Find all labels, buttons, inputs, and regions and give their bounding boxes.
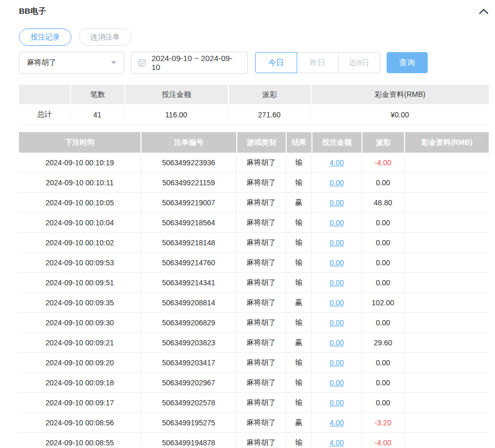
summary-header-row: 笔数 投注金额 派彩 彩金资料(RMB) <box>19 85 489 104</box>
summary-total-payout: 271.60 <box>228 104 310 125</box>
result-cell: 输 <box>286 273 311 293</box>
quick-range-group: 今日 昨日 近8日 <box>255 52 380 73</box>
game-type-cell: 麻将胡了 <box>236 333 286 353</box>
result-cell: 赢 <box>286 293 311 313</box>
quick-range-today[interactable]: 今日 <box>255 52 297 73</box>
summary-header-count: 笔数 <box>70 85 124 104</box>
table-row: 2024-09-10 00:08:56 5063499195275 麻将胡了 赢… <box>19 413 489 433</box>
bonus-cell <box>404 373 489 393</box>
bet-amount-link[interactable]: 0.00 <box>329 278 344 287</box>
bonus-cell <box>404 233 489 253</box>
table-row: 2024-09-10 00:08:55 5063499194878 麻将胡了 输… <box>19 433 489 448</box>
payout-cell: -4.00 <box>361 433 404 448</box>
bonus-cell <box>404 353 489 373</box>
bet-amount-link[interactable]: 0.00 <box>329 339 344 347</box>
result-cell: 输 <box>286 353 311 373</box>
bet-amount-link[interactable]: 0.00 <box>329 198 344 207</box>
bonus-cell <box>404 313 489 333</box>
bet-time-cell: 2024-09-10 00:10:05 <box>19 193 140 213</box>
game-select[interactable]: 麻将胡了 <box>19 52 124 74</box>
bet-time-cell: 2024-09-10 00:09:51 <box>19 273 140 293</box>
filter-bar: 麻将胡了 2024-09-10 ~ 2024-09-10 今日 昨日 近8日 <box>19 52 489 74</box>
game-type-cell: 麻将胡了 <box>236 193 286 213</box>
payout-cell: 102.00 <box>361 293 404 313</box>
result-cell: 输 <box>286 153 311 173</box>
search-button[interactable]: 查询 <box>387 52 428 73</box>
order-id-cell: 5063499214341 <box>140 273 236 293</box>
bet-amount-cell: 4.00 <box>311 153 361 173</box>
result-cell: 赢 <box>286 193 311 213</box>
payout-cell: 0.00 <box>361 373 404 393</box>
summary-header-payout: 派彩 <box>228 85 310 104</box>
bet-time-cell: 2024-09-10 00:09:21 <box>19 333 140 353</box>
summary-total-bet-amount: 116.00 <box>124 104 228 125</box>
order-id-cell: 5063499195275 <box>140 413 236 433</box>
table-row: 2024-09-10 00:09:17 5063499202578 麻将胡了 输… <box>19 393 489 413</box>
bet-amount-cell: 0.00 <box>311 273 361 293</box>
bet-time-cell: 2024-09-10 00:08:56 <box>19 413 140 433</box>
result-cell: 输 <box>286 233 311 253</box>
bet-amount-link[interactable]: 0.00 <box>329 318 344 327</box>
order-id-cell: 5063499218564 <box>140 213 236 233</box>
game-type-cell: 麻将胡了 <box>236 233 286 253</box>
bet-amount-cell: 0.00 <box>311 333 361 353</box>
records-header-bet: 投注金额 <box>311 132 361 153</box>
bet-amount-link[interactable]: 0.00 <box>329 178 344 187</box>
bet-amount-link[interactable]: 0.00 <box>329 258 344 267</box>
bet-amount-cell: 0.00 <box>311 393 361 413</box>
order-id-cell: 5063499202578 <box>140 393 236 413</box>
bet-amount-link[interactable]: 0.00 <box>329 218 344 227</box>
records-header-result: 结果 <box>286 132 311 153</box>
result-cell: 输 <box>286 373 311 393</box>
payout-cell: 0.00 <box>361 253 404 273</box>
quick-range-yesterday[interactable]: 昨日 <box>297 52 339 73</box>
game-type-cell: 麻将胡了 <box>236 153 286 173</box>
date-range-value: 2024-09-10 ~ 2024-09-10 <box>151 54 241 72</box>
bet-amount-link[interactable]: 4.00 <box>329 158 344 167</box>
payout-cell: 0.00 <box>361 313 404 333</box>
table-row: 2024-09-10 00:10:04 5063499218564 麻将胡了 输… <box>19 213 489 233</box>
bet-amount-link[interactable]: 0.00 <box>329 238 344 247</box>
bet-amount-link[interactable]: 0.00 <box>329 399 344 407</box>
game-select-value: 麻将胡了 <box>27 58 56 67</box>
order-id-cell: 5063499219007 <box>140 193 236 213</box>
bet-amount-link[interactable]: 0.00 <box>329 359 344 367</box>
summary-header-bet-amount: 投注金额 <box>124 85 228 104</box>
bonus-cell <box>404 193 489 213</box>
table-row: 2024-09-10 00:10:11 5063499221159 麻将胡了 输… <box>19 173 489 193</box>
game-type-cell: 麻将胡了 <box>236 253 286 273</box>
tab-bet-records[interactable]: 投注记录 <box>19 28 72 46</box>
result-cell: 输 <box>286 253 311 273</box>
bet-amount-cell: 0.00 <box>311 253 361 273</box>
game-type-cell: 麻将胡了 <box>236 273 286 293</box>
bonus-cell <box>404 293 489 313</box>
payout-cell: 0.00 <box>361 173 404 193</box>
bet-amount-link[interactable]: 4.00 <box>329 419 344 427</box>
bet-time-cell: 2024-09-10 00:09:18 <box>19 373 140 393</box>
payout-cell: 0.00 <box>361 353 404 373</box>
bet-time-cell: 2024-09-10 00:09:30 <box>19 313 140 333</box>
tab-bar: 投注记录 连消注单 <box>19 28 489 46</box>
order-id-cell: 5063499223936 <box>140 153 236 173</box>
result-cell: 输 <box>286 213 311 233</box>
bonus-cell <box>404 333 489 353</box>
quick-range-last8days[interactable]: 近8日 <box>338 52 380 73</box>
records-header-row: 下注时间 注单编号 游戏类别 结果 投注金额 派彩 彩金资料(RMB) <box>19 132 489 153</box>
tab-cancelled-orders[interactable]: 连消注单 <box>79 28 132 46</box>
game-type-cell: 麻将胡了 <box>236 213 286 233</box>
bonus-cell <box>404 393 489 413</box>
table-row: 2024-09-10 00:09:20 5063499203417 麻将胡了 输… <box>19 353 489 373</box>
order-id-cell: 5063499194878 <box>140 433 236 448</box>
game-type-cell: 麻将胡了 <box>236 373 286 393</box>
bet-amount-cell: 0.00 <box>311 193 361 213</box>
bet-amount-cell: 0.00 <box>311 173 361 193</box>
game-type-cell: 麻将胡了 <box>236 413 286 433</box>
bet-amount-link[interactable]: 0.00 <box>329 379 344 387</box>
collapse-button[interactable] <box>479 8 489 15</box>
bet-amount-cell: 0.00 <box>311 313 361 333</box>
date-range-picker[interactable]: 2024-09-10 ~ 2024-09-10 <box>131 52 248 74</box>
bet-amount-cell: 0.00 <box>311 233 361 253</box>
bet-amount-link[interactable]: 0.00 <box>329 298 344 307</box>
result-cell: 赢 <box>286 333 311 353</box>
bet-amount-link[interactable]: 4.00 <box>329 439 344 447</box>
